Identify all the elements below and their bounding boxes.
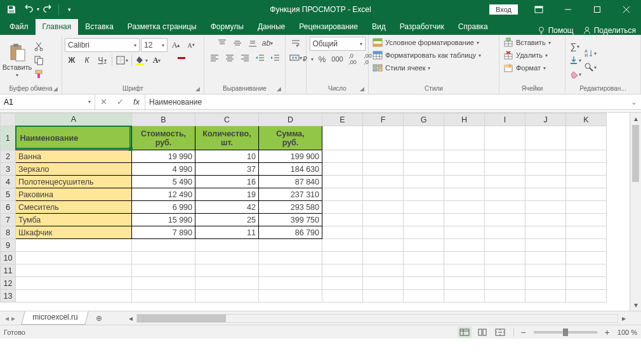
alignment-dialog-launcher[interactable]: ◢ — [275, 85, 282, 93]
cell[interactable] — [485, 188, 525, 201]
cell[interactable] — [525, 150, 566, 163]
column-header[interactable]: G — [404, 114, 444, 126]
align-right-button[interactable] — [238, 51, 252, 64]
cell[interactable] — [322, 188, 363, 201]
decrease-indent-button[interactable] — [253, 51, 267, 64]
tab-home[interactable]: Главная — [36, 19, 79, 35]
cell[interactable] — [444, 290, 485, 302]
save-button[interactable] — [4, 2, 19, 17]
cell[interactable] — [566, 188, 607, 201]
cell[interactable] — [566, 277, 607, 290]
tab-file[interactable]: Файл — [3, 19, 36, 35]
cell[interactable]: 19 — [195, 188, 259, 201]
font-name-combo[interactable]: Calibri▾ — [65, 38, 140, 52]
cell[interactable] — [322, 163, 363, 176]
cell[interactable]: Зеркало — [16, 163, 132, 176]
scroll-up-button[interactable]: ▴ — [630, 113, 641, 124]
zoom-slider[interactable] — [534, 331, 597, 334]
scroll-left-button[interactable]: ◂ — [125, 314, 136, 323]
format-painter-button[interactable] — [32, 68, 46, 81]
align-center-button[interactable] — [223, 51, 237, 64]
copy-button[interactable] — [32, 54, 46, 67]
sheet-tab[interactable]: microexcel.ru — [21, 311, 89, 325]
cell[interactable] — [322, 264, 363, 277]
increase-font-button[interactable]: A▴ — [169, 39, 183, 51]
cell[interactable] — [485, 126, 525, 150]
underline-button[interactable]: Ч▾ — [95, 54, 109, 67]
column-header[interactable]: I — [485, 114, 525, 126]
italic-button[interactable]: К — [80, 54, 94, 67]
row-header[interactable]: 5 — [1, 188, 16, 201]
row-header[interactable]: 12 — [1, 277, 16, 290]
cell[interactable]: Раковина — [16, 188, 132, 201]
row-header[interactable]: 8 — [1, 226, 16, 239]
cell[interactable] — [444, 150, 485, 163]
cell[interactable] — [404, 188, 444, 201]
cell[interactable] — [525, 290, 566, 302]
cell[interactable] — [363, 226, 404, 239]
row-header[interactable]: 3 — [1, 163, 16, 176]
cell[interactable] — [363, 176, 404, 188]
cell[interactable] — [525, 176, 566, 188]
cell[interactable]: 6 990 — [132, 201, 195, 214]
cell[interactable]: 15 990 — [132, 214, 195, 226]
cell[interactable] — [444, 201, 485, 214]
cell[interactable]: Смеситель — [16, 201, 132, 214]
cell[interactable] — [404, 150, 444, 163]
row-header[interactable]: 4 — [1, 176, 16, 188]
cell[interactable] — [132, 277, 195, 290]
cell[interactable]: 237 310 — [259, 188, 322, 201]
cell[interactable] — [525, 214, 566, 226]
cell[interactable] — [444, 163, 485, 176]
insert-function-button[interactable]: fx — [128, 97, 145, 107]
column-header[interactable]: J — [525, 114, 566, 126]
align-top-button[interactable] — [215, 37, 229, 49]
autosum-button[interactable]: ∑▾ — [568, 40, 582, 53]
scroll-down-button[interactable]: ▾ — [630, 299, 641, 311]
cell[interactable]: Наименование — [16, 126, 132, 150]
sign-in-button[interactable]: Вход — [489, 4, 518, 15]
scroll-right-button[interactable]: ▸ — [618, 314, 630, 323]
increase-indent-button[interactable] — [268, 51, 282, 64]
cell[interactable] — [485, 163, 525, 176]
cell[interactable] — [322, 150, 363, 163]
tell-me-button[interactable]: Помощ — [537, 26, 574, 35]
clipboard-dialog-launcher[interactable]: ◢ — [51, 85, 59, 93]
column-header[interactable]: E — [322, 114, 363, 126]
enter-formula-button[interactable]: ✓ — [112, 97, 128, 107]
spreadsheet-grid[interactable]: ABCDEFGHIJK1НаименованиеСтоимость,руб.Ко… — [0, 113, 607, 302]
font-color-button[interactable]: A▾ — [150, 54, 164, 67]
cell[interactable] — [444, 126, 485, 150]
cell[interactable] — [195, 264, 259, 277]
comma-format-button[interactable]: 000 — [331, 53, 345, 65]
cell[interactable]: 184 630 — [259, 163, 322, 176]
cell[interactable]: 12 490 — [132, 188, 195, 201]
cell[interactable]: 37 — [195, 163, 259, 176]
cell[interactable] — [444, 188, 485, 201]
cell[interactable] — [363, 264, 404, 277]
sheet-tab-nav[interactable]: ◂▸ — [0, 311, 20, 325]
cell[interactable] — [363, 239, 404, 252]
tab-formulas[interactable]: Формулы — [204, 19, 251, 35]
align-left-button[interactable] — [208, 51, 221, 64]
expand-formula-bar-button[interactable]: ⌄ — [627, 94, 641, 109]
percent-format-button[interactable]: % — [315, 53, 329, 65]
tab-page-layout[interactable]: Разметка страницы — [121, 19, 204, 35]
format-as-table-button[interactable]: Форматировать как таблицу▾ — [371, 49, 482, 61]
cell[interactable] — [195, 277, 259, 290]
cell[interactable] — [444, 252, 485, 264]
cell[interactable] — [259, 290, 322, 302]
row-header[interactable]: 7 — [1, 214, 16, 226]
cell[interactable] — [525, 252, 566, 264]
cell[interactable]: 16 — [195, 176, 259, 188]
share-button[interactable]: Поделиться — [583, 26, 636, 35]
cell[interactable] — [132, 252, 195, 264]
cell[interactable] — [322, 176, 363, 188]
row-header[interactable]: 11 — [1, 264, 16, 277]
cell[interactable] — [363, 214, 404, 226]
cell[interactable] — [195, 290, 259, 302]
cell[interactable] — [363, 150, 404, 163]
cell[interactable] — [16, 252, 132, 264]
cell[interactable] — [404, 126, 444, 150]
align-bottom-button[interactable] — [246, 37, 260, 49]
